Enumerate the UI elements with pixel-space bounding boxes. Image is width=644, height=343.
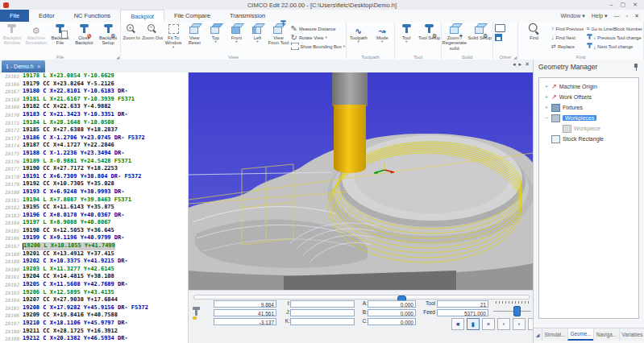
speed-slider-handle[interactable]: [513, 306, 521, 316]
scroll-left-icon[interactable]: ◂: [513, 61, 516, 68]
code-line-19180[interactable]: 1916719180 C X+22.8101 Y-10.6183 DR-: [0, 88, 188, 96]
stop-button[interactable]: ■: [451, 318, 464, 330]
help-menu[interactable]: Help ▾: [592, 13, 608, 19]
maximize-icon[interactable]: ▢: [621, 2, 626, 8]
ribbon-button-view-reset[interactable]: View Reset: [184, 23, 205, 46]
tree-expander-icon[interactable]: +: [544, 84, 549, 89]
code-line-19195[interactable]: 1918219195 CC X+11.6143 Y+35.875: [0, 204, 188, 212]
ribbon-button-rotate-view[interactable]: ↻Rotate View▾: [291, 33, 346, 42]
speed-slider[interactable]: [493, 311, 531, 312]
ribbon-button-previous-tool-change[interactable]: ↑Previous Tool change: [586, 33, 642, 42]
menu-tab-editor[interactable]: Editor: [29, 10, 64, 22]
code-line-19202[interactable]: 1918919202 C X+10.3375 Y+41.9215 DR-: [0, 258, 188, 266]
close-document-icon[interactable]: ✕: [525, 61, 530, 68]
document-tab[interactable]: 1 - Demo.h ✕: [2, 60, 45, 72]
code-line-19192[interactable]: 1917919192 CC X+10.7305 Y+35.028: [0, 180, 188, 188]
code-line-19178[interactable]: 1916519178 L X+23.0854 Y-10.6629: [0, 72, 188, 81]
tree-item-workpieces[interactable]: −Workpieces: [539, 113, 638, 123]
tree-item-fixtures[interactable]: +Fixtures: [539, 102, 638, 113]
code-line-19187[interactable]: 1917419187 CC X+4.1727 Y+22.2846: [0, 142, 188, 150]
code-line-19186[interactable]: 1917319186 C X-1.2706 Y+23.0745 DR- F537…: [0, 134, 188, 143]
ribbon-button-front[interactable]: Front▾: [226, 23, 247, 43]
field-y[interactable]: 41.561: [214, 309, 276, 316]
field-c[interactable]: 0.000: [368, 318, 416, 325]
menu-tab-nc-functions[interactable]: NC Functions: [64, 10, 120, 22]
step-back-button[interactable]: ‹: [497, 318, 510, 330]
menu-tab-file[interactable]: File: [0, 10, 29, 22]
field-z[interactable]: -3.137: [214, 318, 276, 325]
code-line-19179[interactable]: 1916619179 CC X+23.8264 Y-5.2126: [0, 81, 188, 89]
tree-item-work-offsets[interactable]: +↗Work Offsets: [539, 92, 638, 102]
tree-item-stock-rectangle[interactable]: Stock Rectangle: [539, 134, 638, 144]
code-line-19209[interactable]: 1919619209 CC X+19.8416 Y+40.7588: [0, 312, 188, 320]
simulation-progress-slider[interactable]: [193, 295, 530, 300]
tree-item-workpiece[interactable]: Workpiece: [539, 123, 638, 134]
code-line-19205[interactable]: 1919219205 C X+11.5608 Y+42.7689 DR-: [0, 281, 188, 289]
code-line-19181[interactable]: 1916819181 L X+21.6167 Y-10.3939 F5371: [0, 96, 188, 104]
code-line-19203[interactable]: 1919019203 L X+11.3277 Y+42.6145: [0, 266, 188, 274]
code-line-19189[interactable]: 1917619189 L X-0.9881 Y+24.5428 F5371: [0, 158, 188, 166]
code-line-19200[interactable]: 1918719200 L X+10.1055 Y+41.7499: [0, 242, 188, 250]
doc-restore-icon[interactable]: ▫: [626, 13, 628, 19]
code-line-19196[interactable]: 1918319196 C X+8.0178 Y+40.0367 DR-: [0, 212, 188, 220]
code-line-19208[interactable]: 1919519208 C X+17.9282 Y+45.9156 DR- F53…: [0, 304, 188, 312]
ribbon-button-measure-distance[interactable]: ✎Measure Distance: [291, 24, 346, 33]
ribbon-button-monitor[interactable]: [495, 24, 507, 33]
pin-icon[interactable]: [633, 64, 639, 71]
scroll-right-icon[interactable]: ▸: [519, 61, 522, 68]
ribbon-button-replace[interactable]: ⇄Replace: [551, 42, 584, 51]
document-tab-close-icon[interactable]: ✕: [37, 64, 41, 69]
doc-close-icon[interactable]: ✕: [634, 13, 639, 19]
menu-tab-backplot[interactable]: Backplot: [120, 10, 164, 22]
ribbon-button-fit-to-window[interactable]: Fit To Window▾: [163, 23, 184, 49]
ribbon-button-find-next[interactable]: ↓Find Next: [551, 33, 584, 42]
field-x[interactable]: 9.864: [214, 300, 276, 308]
code-line-19211[interactable]: 1919819211 CC X+28.1725 Y+16.3912: [0, 328, 188, 336]
code-line-19210[interactable]: 1919719210 C X+18.1106 Y+45.9797 DR-: [0, 320, 188, 328]
code-line-19197[interactable]: 1918419197 L X+8.9088 Y+40.8067: [0, 219, 188, 227]
code-line-19183[interactable]: 1917019183 C X+21.3423 Y-10.3351 DR-: [0, 111, 188, 119]
panel-tab-naviga[interactable]: Naviga...: [593, 329, 619, 341]
code-line-19185[interactable]: 1917219185 CC X+27.6388 Y+18.2837: [0, 126, 188, 134]
ribbon-button-close-backplot[interactable]: ⊘Close Backplot: [72, 23, 96, 46]
tree-expander-icon[interactable]: −: [544, 115, 549, 121]
code-line-19206[interactable]: 1919319206 L X+12.5895 Y+43.4135: [0, 289, 188, 297]
step-forward-button[interactable]: ›: [513, 318, 526, 330]
ribbon-button-tool-setup[interactable]: ⚙Tool Setup: [418, 23, 442, 40]
minimize-icon[interactable]: –: [610, 2, 613, 8]
code-line-19199[interactable]: 1918619199 C X+9.1196 Y+40.9799 DR-: [0, 234, 188, 242]
ribbon-button-mode[interactable]: ↝Mode▾: [371, 23, 395, 43]
ribbon-button-left[interactable]: Left▾: [247, 23, 268, 43]
field-i[interactable]: [290, 300, 355, 308]
ribbon-button-zoom-regenerate-solid[interactable]: +Zoom / Regenerate solid: [442, 23, 467, 51]
ribbon-button-next-tool-change[interactable]: ↓Next Tool change: [586, 42, 642, 51]
field-j[interactable]: [290, 309, 355, 316]
code-line-19190[interactable]: 1917719190 CC X+27.7172 Y+18.2253: [0, 165, 188, 173]
step-first-button[interactable]: «: [482, 318, 495, 330]
tree-expander-icon[interactable]: +: [544, 94, 549, 100]
ribbon-button-show-bounding-box[interactable]: Show Bounding Box▾: [291, 42, 346, 51]
code-line-19191[interactable]: 1917819191 C X+6.7309 Y+38.804 DR- F5372: [0, 173, 188, 181]
ribbon-button-backplot-file[interactable]: Backplot File: [48, 23, 73, 46]
menu-tab-transmission[interactable]: Transmission: [220, 10, 275, 22]
close-icon[interactable]: ✕: [633, 2, 638, 8]
backplot-3d-viewport[interactable]: [189, 72, 533, 290]
code-line-19194[interactable]: 1918119194 L X+7.8087 Y+39.8463 F5371: [0, 196, 188, 205]
menu-tab-file-compare[interactable]: File Compare: [164, 10, 220, 22]
doc-minimize-icon[interactable]: ―: [614, 13, 620, 19]
field-feed[interactable]: 5371.000: [437, 309, 488, 316]
ribbon-button-backplot-setup[interactable]: ⚙Backplot Setup: [96, 23, 120, 46]
ribbon-button-view-from-tool[interactable]: View From Tool: [268, 23, 289, 46]
ribbon-button-top[interactable]: Top▾: [205, 23, 226, 43]
window-menu[interactable]: Window ▾: [560, 13, 584, 19]
nc-code-editor[interactable]: 1916519178 L X+23.0854 Y-10.662919166191…: [0, 72, 188, 343]
code-line-19193[interactable]: 1918019193 C X+6.9248 Y+38.9993 DR-: [0, 188, 188, 196]
field-k[interactable]: [290, 318, 355, 325]
ribbon-button-go-to-line-block-number[interactable]: ≡Go to Line/Block Number: [586, 24, 642, 33]
code-line-19212[interactable]: 1919919212 C X+20.1382 Y+46.5934 DR-: [0, 335, 188, 343]
code-line-19184[interactable]: 1917119184 L X+20.1648 Y-10.0508: [0, 119, 188, 127]
ribbon-button-solid-setup[interactable]: ⚙Solid Setup: [467, 23, 493, 40]
ribbon-button-tool[interactable]: Tool▾: [395, 23, 418, 43]
ribbon-button-find[interactable]: Find: [518, 23, 550, 40]
ribbon-button-toolpath[interactable]: ∿Toolpath▾: [347, 23, 371, 43]
